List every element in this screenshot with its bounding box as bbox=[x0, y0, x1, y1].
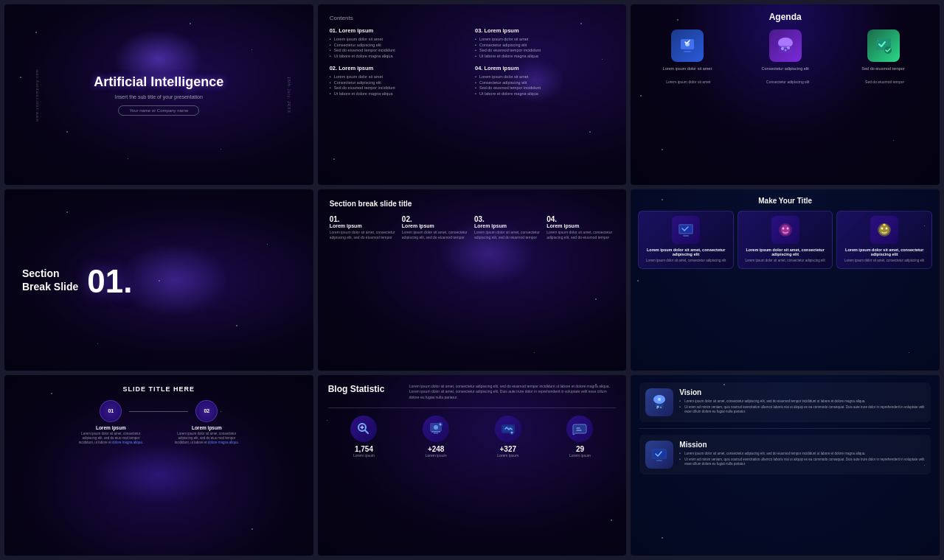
slide1-name-box[interactable]: Your name or Company name bbox=[118, 105, 199, 116]
agenda-label-1: Lorem ipsum dolor sit amet bbox=[666, 80, 710, 84]
timeline-circle-1: 01 bbox=[100, 400, 122, 422]
content-item-2-list: Lorem ipsum dolor sit amet Consectetur a… bbox=[330, 74, 469, 96]
stat-num-1: 1,754 bbox=[350, 445, 377, 453]
stat-item-4: 29 Lorem ipsum bbox=[566, 416, 593, 458]
slide6-card-1-icon bbox=[672, 216, 700, 244]
svg-rect-38 bbox=[656, 460, 662, 461]
agenda-item-2-text: Consectetur adipiscing elit bbox=[736, 66, 834, 72]
agenda-item-3-text: Sed do eiusmod tempor bbox=[834, 66, 932, 72]
stat-num-3: +327 bbox=[495, 445, 521, 453]
slide6-card-3-text: Lorem ipsum dolor sit amet, consectetur … bbox=[841, 259, 927, 263]
agenda-labels: Lorem ipsum dolor sit amet Consectetur a… bbox=[638, 80, 932, 84]
slide5-item-4: 04. Lorem ipsum Lorem ipsum dolor sit am… bbox=[546, 215, 614, 240]
list-item: Ut labore et dolore magna aliqua bbox=[330, 91, 469, 96]
mission-bullet-1: Lorem ipsum dolor sit amet, consectetur … bbox=[679, 452, 925, 456]
svg-point-6 bbox=[781, 47, 784, 50]
stat-num-2: +248 bbox=[423, 445, 449, 453]
list-item: Consectetur adipiscing elit bbox=[475, 43, 614, 47]
slide5-title: Section break slide title bbox=[330, 200, 615, 208]
tl-link-2[interactable]: dolore magna aliqua. bbox=[208, 441, 239, 444]
svg-point-21 bbox=[881, 228, 884, 230]
slide5-item-4-text: Lorem ipsum dolor sit amet, consectetur … bbox=[546, 230, 614, 240]
list-item: Ut labore et dolore magna aliqua bbox=[330, 54, 469, 58]
svg-point-16 bbox=[781, 225, 790, 235]
vision-content: Vision Lorem ipsum dolor sit amet, conse… bbox=[679, 388, 925, 416]
slide5-item-3: 03. Lorem ipsum Lorem ipsum dolor sit am… bbox=[474, 215, 542, 240]
timeline-node-1: 01 Lorem ipsum Lorem ipsum dolor sit ame… bbox=[77, 400, 144, 446]
slide-5: Section break slide title 01. Lorem ipsu… bbox=[318, 189, 627, 370]
slide5-item-1-num: 01. bbox=[330, 215, 398, 223]
section-number: 01. bbox=[87, 265, 132, 298]
list-item: Lorem ipsum dolor sit amet bbox=[330, 74, 469, 79]
slide6-card-1-title: Lorem ipsum dolor sit amet, consectetur … bbox=[643, 248, 729, 256]
agenda-label-2: Consectetur adipiscing elit bbox=[766, 80, 809, 84]
contents-grid: 01. Lorem ipsum Lorem ipsum dolor sit am… bbox=[330, 27, 615, 97]
slide-1: www.yourcompany.com 16th July, 20XX Arti… bbox=[4, 4, 313, 185]
slide-4: SectionBreak Slide 01. bbox=[4, 189, 313, 370]
slide-8: Blog Statistic Lorem ipsum dolor sit ame… bbox=[318, 375, 627, 556]
slide8-title: Blog Statistic bbox=[328, 384, 402, 394]
list-item: Lorem ipsum dolor sit amet bbox=[475, 74, 614, 79]
glow-7 bbox=[92, 445, 225, 504]
slide-6: Make Your Title Lorem ipsum dolor sit am… bbox=[631, 189, 940, 370]
agenda-item-1: Lorem ipsum dolor sit amet bbox=[638, 29, 736, 72]
stat-label-2: Lorem ipsum bbox=[423, 453, 449, 458]
stat-num-4: 29 bbox=[566, 445, 593, 453]
slide5-item-3-text: Lorem ipsum dolor sit amet, consectetur … bbox=[474, 230, 542, 240]
vision-icon bbox=[645, 388, 673, 416]
stat-item-2: +248 Lorem ipsum bbox=[423, 416, 449, 458]
timeline-circle-2: 02 bbox=[195, 400, 218, 422]
slide6-card-3: Lorem ipsum dolor sit amet, consectetur … bbox=[836, 211, 932, 268]
mission-bullet-2: Ut enim ad minim veniam, quis nostrud ex… bbox=[679, 458, 925, 467]
slide5-items: 01. Lorem ipsum Lorem ipsum dolor sit am… bbox=[330, 215, 615, 240]
svg-point-17 bbox=[782, 228, 784, 230]
slide6-card-3-icon bbox=[870, 216, 898, 244]
section-break-text: SectionBreak Slide bbox=[22, 267, 78, 293]
agenda-icon-3 bbox=[867, 29, 900, 62]
vision-bullet-1: Lorem ipsum dolor sit amet, consectetur … bbox=[679, 399, 925, 404]
mission-section: Mission Lorem ipsum dolor sit amet, cons… bbox=[639, 435, 931, 475]
stat-label-1: Lorem ipsum bbox=[350, 453, 377, 458]
watermark-right: 16th July, 20XX bbox=[287, 77, 291, 113]
slide5-item-2-num: 02. bbox=[402, 215, 470, 223]
stat-item-1: 1,754 Lorem ipsum bbox=[350, 416, 377, 458]
list-item: Consectetur adipiscing elit bbox=[330, 43, 469, 47]
agenda-item-2: Consectetur adipiscing elit bbox=[736, 29, 834, 72]
slide5-item-3-num: 03. bbox=[474, 215, 542, 223]
timeline-content-1: Lorem ipsum Lorem ipsum dolor sit amet, … bbox=[77, 425, 144, 446]
mission-title: Mission bbox=[679, 441, 925, 449]
slide8-stats: 1,754 Lorem ipsum +248 Lorem ipsum bbox=[328, 416, 617, 458]
agenda-label-3: Sed do eiusmod tempor bbox=[865, 80, 904, 84]
slide6-card-1: Lorem ipsum dolor sit amet, consectetur … bbox=[638, 211, 734, 268]
slide-9: Vision Lorem ipsum dolor sit amet, conse… bbox=[631, 375, 940, 556]
slide5-item-2: 02. Lorem ipsum Lorem ipsum dolor sit am… bbox=[402, 215, 470, 240]
content-item-3: 03. Lorem ipsum Lorem ipsum dolor sit am… bbox=[475, 27, 614, 59]
timeline-content-2: Lorem ipsum Lorem ipsum dolor sit amet, … bbox=[173, 425, 240, 446]
stat-icon-1 bbox=[350, 416, 377, 442]
slide-2: Contents 01. Lorem ipsum Lorem ipsum dol… bbox=[318, 4, 627, 185]
svg-point-22 bbox=[886, 228, 888, 230]
tl-text-1: Lorem ipsum dolor sit amet, consectetur … bbox=[77, 432, 144, 446]
list-item: Sed do eiusmod tempor incididunt bbox=[475, 85, 614, 90]
slide-3: Agenda Lorem ipsum dolor sit amet bbox=[631, 4, 940, 185]
svg-point-7 bbox=[784, 49, 786, 52]
slide5-item-2-text: Lorem ipsum dolor sit amet, consectetur … bbox=[402, 230, 470, 240]
slide6-card-2: Lorem ipsum dolor sit amet, consectetur … bbox=[738, 211, 833, 268]
slide5-item-1: 01. Lorem ipsum Lorem ipsum dolor sit am… bbox=[330, 215, 398, 240]
slide6-title: Make Your Title bbox=[638, 197, 932, 205]
tl-title-2: Lorem ipsum bbox=[173, 425, 240, 430]
timeline-node-2: 02 Lorem ipsum Lorem ipsum dolor sit ame… bbox=[173, 400, 240, 446]
list-item: Consectetur adipiscing elit bbox=[330, 80, 469, 85]
tl-link-1[interactable]: dolore magna aliqua. bbox=[112, 441, 143, 444]
slide6-card-2-title: Lorem ipsum dolor sit amet, consectetur … bbox=[743, 248, 828, 256]
vision-list: Lorem ipsum dolor sit amet, consectetur … bbox=[679, 399, 925, 415]
slide5-item-4-title: Lorem ipsum bbox=[546, 223, 614, 228]
content-item-1-list: Lorem ipsum dolor sit amet Consectetur a… bbox=[330, 37, 469, 58]
svg-point-26 bbox=[434, 425, 438, 430]
svg-point-18 bbox=[786, 228, 788, 230]
list-item: Consectetur adipiscing elit bbox=[475, 80, 614, 85]
slide7-title: SLIDE TITLE HERE bbox=[16, 385, 302, 393]
svg-rect-2 bbox=[684, 51, 691, 52]
slide7-timeline: 01 Lorem ipsum Lorem ipsum dolor sit ame… bbox=[16, 400, 302, 446]
watermark-left: www.yourcompany.com bbox=[35, 69, 39, 121]
